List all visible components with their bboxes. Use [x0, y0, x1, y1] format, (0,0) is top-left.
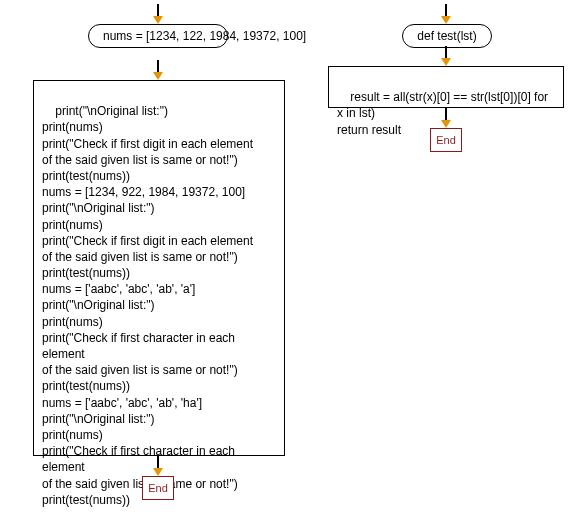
left-conn-2-arrow — [153, 468, 163, 476]
right-start-node: def test(lst) — [402, 24, 492, 48]
right-conn-2-arrow — [441, 120, 451, 128]
left-end-label: End — [148, 482, 168, 494]
left-conn-1-arrow — [153, 72, 163, 80]
right-conn-1-arrow — [441, 58, 451, 66]
left-entry-arrow — [153, 16, 163, 24]
right-start-label: def test(lst) — [417, 29, 476, 43]
right-entry-arrow — [441, 16, 451, 24]
left-start-label: nums = [1234, 122, 1984, 19372, 100] — [103, 29, 306, 43]
right-end-node: End — [430, 128, 462, 152]
right-process-node: result = all(str(x)[0] == str(lst[0])[0]… — [328, 66, 564, 108]
right-end-label: End — [436, 134, 456, 146]
left-process-node: print("\nOriginal list:") print(nums) pr… — [33, 80, 285, 456]
left-start-node: nums = [1234, 122, 1984, 19372, 100] — [88, 24, 228, 48]
left-end-node: End — [142, 476, 174, 500]
left-process-text: print("\nOriginal list:") print(nums) pr… — [42, 104, 253, 507]
flowchart-canvas: nums = [1234, 122, 1984, 19372, 100] pri… — [0, 0, 570, 517]
